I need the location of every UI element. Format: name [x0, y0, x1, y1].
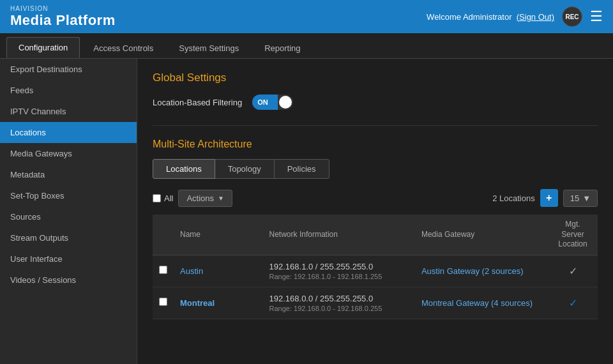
row-mgt-check-icon: ✓ [569, 266, 577, 277]
row-mgt-cell: ✓ [548, 255, 598, 287]
toggle-knob [279, 96, 292, 109]
section-divider [153, 125, 598, 126]
row-gateway-cell: Austin Gateway (2 sources) [415, 255, 548, 287]
row-gateway-link[interactable]: Austin Gateway (2 sources) [421, 266, 524, 276]
actions-caret-icon: ▼ [218, 195, 224, 202]
row-network-cell: 192.168.0.0 / 255.255.255.0 Range: 192.1… [263, 287, 415, 319]
sidebar-item-media-gateways[interactable]: Media Gateways [0, 143, 137, 164]
row-name-link[interactable]: Montreal [180, 298, 215, 308]
sidebar-item-user-interface[interactable]: User Interface [0, 248, 137, 269]
sidebar-item-feeds[interactable]: Feeds [0, 80, 137, 101]
actions-label: Actions [186, 193, 214, 203]
toggle-on-label: ON [252, 95, 278, 110]
logo-bottom: Media Platform [10, 12, 116, 29]
row-network-range: Range: 192.168.0.0 - 192.168.0.255 [269, 305, 409, 312]
sidebar-item-metadata[interactable]: Metadata [0, 164, 137, 185]
header-right: Welcome Administrator (Sign Out) REC ☰ [427, 6, 603, 27]
th-network: Network Information [263, 215, 415, 255]
hamburger-menu[interactable]: ☰ [590, 8, 603, 25]
checkbox-all-label[interactable]: All [153, 193, 173, 203]
row-name-cell: Austin [174, 255, 263, 287]
per-page-button[interactable]: 15 ▼ [563, 190, 598, 207]
row-name-cell: Montreal [174, 287, 263, 319]
per-page-caret-icon: ▼ [582, 193, 591, 203]
row-gateway-link[interactable]: Montreal Gateway (4 sources) [421, 298, 533, 308]
header: HAIVISION Media Platform Welcome Adminis… [0, 0, 613, 33]
locations-table: Name Network Information Media Gateway M… [153, 215, 598, 319]
global-settings-row: Location-Based Filtering ON [153, 95, 598, 110]
row-network-cell: 192.168.1.0 / 255.255.255.0 Range: 192.1… [263, 255, 415, 287]
sidebar-item-stream-outputs[interactable]: Stream Outputs [0, 227, 137, 248]
sub-tabs: Locations Topology Policies [153, 159, 598, 179]
logo: HAIVISION Media Platform [10, 5, 116, 29]
checkbox-all-input[interactable] [153, 194, 161, 202]
sidebar: Export Destinations Feeds IPTV Channels … [0, 59, 137, 364]
toolbar-right: 2 Locations + 15 ▼ [492, 189, 598, 207]
per-page-value: 15 [570, 193, 579, 203]
tab-configuration[interactable]: Configuration [6, 37, 80, 58]
layout: Export Destinations Feeds IPTV Channels … [0, 59, 613, 364]
table-row: Montreal 192.168.0.0 / 255.255.255.0 Ran… [153, 287, 598, 319]
location-filtering-label: Location-Based Filtering [153, 98, 242, 107]
th-checkbox [153, 215, 174, 255]
sign-out-link[interactable]: (Sign Out) [517, 12, 554, 22]
row-checkbox-1[interactable] [159, 298, 167, 306]
table-header-row: Name Network Information Media Gateway M… [153, 215, 598, 255]
th-mgt-server: Mgt. ServerLocation [548, 215, 598, 255]
all-label: All [164, 193, 173, 203]
sidebar-item-export-destinations[interactable]: Export Destinations [0, 59, 137, 80]
row-mgt-cell: ✓ [548, 287, 598, 319]
add-location-button[interactable]: + [540, 189, 558, 207]
table-row: Austin 192.168.1.0 / 255.255.255.0 Range… [153, 255, 598, 287]
row-checkbox-cell [153, 287, 174, 319]
welcome-text: Welcome Administrator (Sign Out) [427, 12, 554, 22]
row-network-main: 192.168.1.0 / 255.255.255.0 [269, 262, 374, 271]
sub-tab-policies[interactable]: Policies [274, 159, 329, 179]
row-name-link[interactable]: Austin [180, 266, 203, 276]
tab-reporting[interactable]: Reporting [252, 38, 312, 58]
th-name: Name [174, 215, 263, 255]
actions-button[interactable]: Actions ▼ [178, 190, 232, 207]
sidebar-item-videos-sessions[interactable]: Videos / Sessions [0, 269, 137, 291]
sub-tab-locations[interactable]: Locations [153, 159, 215, 179]
table-toolbar: All Actions ▼ 2 Locations + 15 ▼ [153, 189, 598, 207]
location-filtering-toggle[interactable]: ON [252, 95, 293, 110]
row-gateway-cell: Montreal Gateway (4 sources) [415, 287, 548, 319]
logo-top: HAIVISION [10, 5, 116, 12]
global-settings-title: Global Settings [153, 72, 598, 84]
tab-access-controls[interactable]: Access Controls [81, 38, 165, 58]
nav-tabs: Configuration Access Controls System Set… [0, 33, 613, 59]
tab-system-settings[interactable]: System Settings [167, 38, 251, 58]
locations-count: 2 Locations [492, 193, 535, 203]
sidebar-item-iptv-channels[interactable]: IPTV Channels [0, 101, 137, 122]
sidebar-item-set-top-boxes[interactable]: Set-Top Boxes [0, 185, 137, 206]
sub-tab-topology[interactable]: Topology [215, 159, 275, 179]
sidebar-item-locations[interactable]: Locations [0, 122, 137, 143]
row-checkbox-cell [153, 255, 174, 287]
rec-badge[interactable]: REC [562, 6, 582, 27]
row-mgt-check-icon: ✓ [569, 298, 577, 308]
row-network-range: Range: 192.168.1.0 - 192.168.1.255 [269, 273, 409, 280]
th-gateway: Media Gateway [415, 215, 548, 255]
sidebar-item-sources[interactable]: Sources [0, 206, 137, 227]
multi-site-title: Multi-Site Architecture [153, 139, 598, 150]
row-checkbox-0[interactable] [159, 266, 167, 274]
row-network-main: 192.168.0.0 / 255.255.255.0 [269, 294, 374, 303]
main-content: Global Settings Location-Based Filtering… [137, 59, 613, 364]
